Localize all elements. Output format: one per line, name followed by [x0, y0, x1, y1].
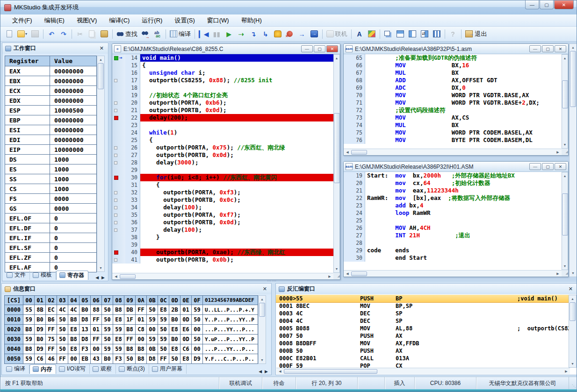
code-line[interactable]: 17 outportb(CS8255, 0x88); //8255 init — [112, 77, 333, 84]
hex-byte[interactable]: E8 — [113, 315, 124, 325]
info-tab-watch[interactable]: 观察 — [90, 364, 116, 374]
hex-byte[interactable]: 50 — [102, 335, 113, 344]
resize-grip[interactable]: ◢ — [562, 149, 568, 155]
info-tab-breakpoints[interactable]: 断点(3) — [116, 364, 149, 374]
hex-byte[interactable]: E8 — [180, 354, 192, 364]
hex-row[interactable]: 001059B0B650B8D8FF50E81F015959B00D50Y..P… — [5, 315, 258, 325]
step-out-button[interactable]: ↳ — [260, 29, 271, 40]
close-button[interactable]: ✕ — [554, 0, 574, 9]
hex-byte[interactable]: 59 — [147, 335, 158, 344]
hex-byte[interactable]: 00 — [136, 335, 147, 344]
hex-byte[interactable]: 8B — [35, 305, 46, 315]
disasm-row[interactable]: 0008 B8DBFFMOVAX,FFDB — [276, 340, 570, 347]
code-text[interactable]: { — [140, 62, 333, 69]
hex-byte[interactable]: D8 — [147, 354, 158, 364]
code-text[interactable]: code ends — [365, 247, 562, 254]
hex-byte[interactable]: D9 — [35, 344, 46, 354]
hex-byte[interactable]: 43 — [91, 354, 102, 364]
register-row[interactable]: ESI00000000 — [5, 125, 97, 135]
code-text[interactable]: MOV AX,CS — [365, 114, 562, 121]
step-over-button[interactable]: ⇢ — [236, 29, 247, 40]
open-file-button[interactable]: ▾ — [16, 29, 29, 40]
code-text[interactable]: while(1) — [140, 129, 333, 136]
undo-button[interactable]: ↶ — [46, 29, 57, 40]
hex-byte[interactable]: F3 — [79, 344, 91, 354]
new-file-button[interactable] — [4, 29, 15, 40]
code-text[interactable]: Start: mov bx,2000h ;外部存储器起始地址BX — [365, 172, 562, 179]
code-line[interactable]: 66 MOV BX,16 — [344, 62, 562, 69]
gutter-breakpoint-margin[interactable] — [112, 196, 125, 204]
disasm-row[interactable]: 000B 50PUSHAX — [276, 347, 570, 355]
gutter-breakpoint-margin[interactable] — [112, 234, 125, 241]
register-row[interactable]: EFL.SF0 — [5, 243, 97, 253]
save-file-button[interactable] — [29, 29, 41, 40]
scroll-left-icon[interactable]: ◀ — [276, 370, 284, 373]
scroll-down-icon[interactable]: ▼ — [571, 360, 574, 367]
work-tab-template[interactable]: 模板 — [30, 271, 56, 280]
title-bar[interactable]: MKStudio 集成开发环境 — ▢ ✕ — [0, 0, 577, 14]
hex-byte[interactable]: FF — [136, 305, 147, 315]
disasm-row[interactable]: 0001 8BECMOVBP,SP — [276, 302, 570, 310]
scrollbar-thumb[interactable] — [570, 51, 576, 107]
menu-item-7[interactable]: 帮助(H) — [235, 15, 268, 26]
hex-byte[interactable]: 4C — [57, 305, 68, 315]
scroll-down-icon[interactable]: ▼ — [563, 263, 567, 270]
register-value[interactable]: 0 — [50, 223, 97, 233]
hex-byte[interactable]: B0 — [102, 354, 113, 364]
register-value[interactable]: 1000 — [50, 184, 97, 194]
code-line[interactable]: 18 — [112, 84, 333, 92]
code-line[interactable]: 24 while(1) — [112, 129, 333, 136]
hex-byte[interactable]: 00 — [192, 325, 203, 335]
hex-byte[interactable]: 13 — [79, 325, 91, 335]
hex-byte[interactable]: B6 — [46, 315, 57, 325]
editor-asm1-vscrollbar[interactable]: ▲ ▼ — [562, 54, 568, 149]
code-text[interactable]: mov cx,64 ;初始化计数器 — [365, 179, 562, 187]
hex-byte[interactable]: B0 — [79, 305, 91, 315]
register-row[interactable]: GS0000 — [5, 204, 97, 214]
hex-byte[interactable]: 55 — [23, 305, 35, 315]
code-text[interactable]: MOV AH,4CH — [365, 224, 562, 232]
scrollbar-thumb[interactable] — [351, 271, 367, 276]
code-line[interactable]: 65 ;准备要加载到GDTR的伪描述符 — [344, 54, 562, 62]
code-text[interactable]: outportb(PORTA, 0xb6); — [140, 99, 333, 107]
hex-byte[interactable]: E8 — [68, 344, 79, 354]
hex-byte[interactable]: 59 — [102, 344, 113, 354]
work-panel-header[interactable]: 工作窗口 ✕ — [2, 43, 108, 54]
code-text[interactable]: outportb(PORTA, 0xae); //东西绿、南北红 — [140, 249, 333, 256]
hex-byte[interactable]: EC — [46, 305, 57, 315]
tab-scroll-left-icon[interactable]: ◀ — [259, 369, 262, 374]
code-line[interactable]: 28 delay(3000); — [112, 159, 333, 166]
hex-row[interactable]: 0040B8D9FF50E8F3005959B8B80B50E8C600...P… — [5, 344, 258, 354]
code-line[interactable]: 23 add bx,4 — [344, 202, 562, 209]
disasm-row[interactable]: 0003 4CDECSP — [276, 310, 570, 317]
code-text[interactable]: mov eax,11223344h — [365, 187, 562, 194]
code-text[interactable]: INT 21H ;退出 — [365, 232, 562, 239]
scrollbar-thumb[interactable] — [334, 113, 340, 183]
hex-byte[interactable]: 50 — [158, 325, 169, 335]
hex-byte[interactable]: 00 — [192, 344, 203, 354]
hex-byte[interactable]: 2B — [169, 305, 180, 315]
restore-button[interactable]: ▢ — [542, 163, 554, 170]
code-line[interactable]: 15{ — [112, 62, 333, 69]
disasm-row[interactable]: 000C E82B01CALL013A — [276, 355, 570, 362]
code-line[interactable]: 25 — [344, 217, 562, 224]
code-text[interactable]: for(i=0; i<8; i++) //东西红、南北黄闪 — [140, 174, 333, 181]
editor-asm1-hscrollbar[interactable]: ◀ ▶ — [344, 149, 562, 155]
hex-byte[interactable]: 59 — [147, 315, 158, 325]
hex-byte[interactable]: 50 — [57, 344, 68, 354]
code-text[interactable]: outportb(PORTB, 0x0c); — [140, 196, 333, 204]
code-text[interactable] — [140, 121, 333, 129]
hex-row[interactable]: 0000558BEC4C4CB08850B8DBFF50E82B0159U..L… — [5, 305, 258, 315]
hex-byte[interactable]: DB — [124, 305, 136, 315]
step-into-button[interactable]: ↴ — [248, 29, 259, 40]
copy-button[interactable] — [87, 29, 98, 40]
disasm-hscrollbar[interactable]: ◀ ▶ — [276, 368, 570, 374]
hex-byte[interactable]: 00 — [68, 354, 79, 364]
hex-byte[interactable]: 50 — [147, 305, 158, 315]
hex-byte[interactable]: B8 — [23, 325, 35, 335]
register-row[interactable]: EDX00000000 — [5, 96, 97, 106]
code-text[interactable]: outportb(PORTB, 0x0d); — [140, 151, 333, 159]
code-text[interactable] — [365, 217, 562, 224]
run-to-cursor-button[interactable]: → — [296, 29, 308, 40]
register-value[interactable]: 1000 — [50, 174, 97, 184]
